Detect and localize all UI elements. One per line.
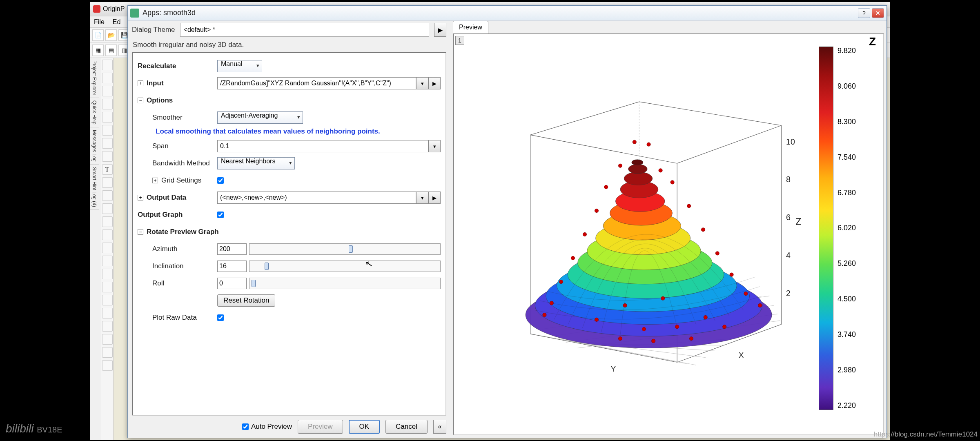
curve-tool-icon[interactable] xyxy=(102,203,113,214)
dialog-title: Apps: smooth3d xyxy=(143,9,856,17)
roll-slider[interactable] xyxy=(249,278,441,289)
recalculate-value: Manual xyxy=(221,60,242,67)
rotate-expander[interactable]: − xyxy=(138,229,143,235)
tab-smart-hint[interactable]: Smart Hint Log (4) xyxy=(90,165,99,210)
svg-point-50 xyxy=(618,337,622,341)
tab-quick-help[interactable]: Quick Help xyxy=(90,98,99,127)
span-input[interactable] xyxy=(217,140,428,152)
inclination-input[interactable] xyxy=(217,261,247,272)
rect-tool-icon[interactable] xyxy=(102,216,113,227)
draw-tool-icon[interactable] xyxy=(102,151,113,162)
more4-tool-icon[interactable] xyxy=(102,321,113,332)
input-field[interactable] xyxy=(217,77,416,89)
preview-canvas[interactable]: 1 Z 9.820 9.060 8.300 7.540 6.780 6.020 … xyxy=(453,33,884,435)
pan-tool-icon[interactable] xyxy=(102,86,113,96)
input-label: Input xyxy=(147,79,217,87)
tool-grid-icon[interactable]: ▤ xyxy=(105,45,117,56)
collapse-preview-button[interactable]: « xyxy=(433,420,446,434)
output-flyout-button[interactable]: ▶ xyxy=(428,192,441,204)
dialog-titlebar[interactable]: Apps: smooth3d ? ✕ xyxy=(128,6,886,20)
circle-tool-icon[interactable] xyxy=(102,243,113,253)
bandwidth-label: Bandwidth Method xyxy=(152,159,217,167)
input-picker-button[interactable]: ▾ xyxy=(416,77,428,89)
plot-raw-checkbox[interactable] xyxy=(217,314,224,321)
preview-button[interactable]: Preview xyxy=(298,420,343,434)
tab-messages-log[interactable]: Messages Log xyxy=(90,127,99,165)
close-button[interactable]: ✕ xyxy=(872,8,884,18)
input-flyout-button[interactable]: ▶ xyxy=(428,77,441,89)
more3-tool-icon[interactable] xyxy=(102,308,113,318)
text-tool-icon[interactable]: T xyxy=(102,164,113,175)
cb-tick: 4.500 xyxy=(837,295,876,303)
cancel-button[interactable]: Cancel xyxy=(385,420,428,434)
origin-sidebar-tabs[interactable]: Project Explorer Quick Help Messages Log… xyxy=(90,58,101,440)
ok-button[interactable]: OK xyxy=(349,420,380,434)
smoother-combo[interactable]: Adjacent-Averaging xyxy=(217,111,303,124)
cb-tick: 8.300 xyxy=(837,118,876,126)
zoom-tool-icon[interactable] xyxy=(102,73,113,83)
origin-tools-palette: T xyxy=(101,58,114,440)
tool-open-icon[interactable]: 📂 xyxy=(105,29,117,41)
reset-rotation-button[interactable]: Reset Rotation xyxy=(217,294,275,307)
auto-preview-checkbox[interactable] xyxy=(242,423,249,430)
tool-sheet-icon[interactable]: ▦ xyxy=(92,45,104,56)
azimuth-slider-handle[interactable] xyxy=(349,245,353,253)
mask-tool-icon[interactable] xyxy=(102,138,113,149)
watermark-logo: bilibili xyxy=(6,422,33,435)
dialog-right-panel: Preview 1 Z 9.820 9.060 8.300 7.540 6.78… xyxy=(450,20,886,438)
polygon-tool-icon[interactable] xyxy=(102,256,113,266)
grid-expander[interactable]: + xyxy=(152,178,158,183)
watermark-bv: BV18E xyxy=(37,425,62,434)
arrow-tool-icon[interactable] xyxy=(102,177,113,188)
more1-tool-icon[interactable] xyxy=(102,282,113,292)
hand-tool-icon[interactable] xyxy=(102,229,113,240)
menu-file[interactable]: File xyxy=(94,18,105,26)
select-tool-icon[interactable] xyxy=(102,112,113,122)
tool-new-icon[interactable]: 📄 xyxy=(92,29,104,41)
region2-tool-icon[interactable] xyxy=(102,269,113,279)
output-graph-checkbox[interactable] xyxy=(217,212,224,218)
inclination-slider[interactable] xyxy=(249,261,441,272)
scale-tool-icon[interactable] xyxy=(102,99,113,109)
more7-tool-icon[interactable] xyxy=(102,360,113,371)
preview-tab[interactable]: Preview xyxy=(453,21,488,33)
auto-preview-wrap[interactable]: Auto Preview xyxy=(242,423,292,431)
layer-tab-1[interactable]: 1 xyxy=(455,36,464,45)
output-data-field[interactable] xyxy=(217,192,416,204)
azimuth-input[interactable] xyxy=(217,243,247,255)
input-expander[interactable]: + xyxy=(138,80,143,86)
more2-tool-icon[interactable] xyxy=(102,295,113,305)
roll-input[interactable] xyxy=(217,278,247,289)
options-expander[interactable]: − xyxy=(138,98,143,103)
svg-point-37 xyxy=(559,280,563,283)
z-tick: 10 xyxy=(786,137,795,146)
more5-tool-icon[interactable] xyxy=(102,334,113,345)
output-data-expander[interactable]: + xyxy=(138,195,143,200)
theme-input[interactable] xyxy=(180,23,429,37)
grid-settings-checkbox[interactable] xyxy=(217,177,224,184)
more6-tool-icon[interactable] xyxy=(102,347,113,358)
cb-tick: 9.060 xyxy=(837,82,876,91)
svg-point-38 xyxy=(730,273,733,276)
azimuth-slider[interactable] xyxy=(249,243,441,255)
preview-tabbar: Preview xyxy=(453,20,884,33)
svg-text:Y: Y xyxy=(611,365,616,373)
region-tool-icon[interactable] xyxy=(102,125,113,136)
span-label: Span xyxy=(152,142,217,150)
recalculate-combo[interactable]: Manual xyxy=(217,60,262,72)
menu-edit[interactable]: Ed xyxy=(113,18,121,26)
svg-point-49 xyxy=(652,339,655,343)
cb-tick: 6.780 xyxy=(837,189,876,197)
roll-slider-handle[interactable] xyxy=(252,280,256,287)
line-tool-icon[interactable] xyxy=(102,190,113,201)
rotate-label: Rotate Preview Graph xyxy=(147,228,219,236)
tab-project-explorer[interactable]: Project Explorer xyxy=(90,58,99,98)
output-picker-button[interactable]: ▾ xyxy=(416,192,428,204)
theme-menu-button[interactable]: ▶ xyxy=(434,23,446,37)
help-button[interactable]: ? xyxy=(858,8,870,18)
span-dropdown-button[interactable]: ▾ xyxy=(428,140,441,152)
pointer-tool-icon[interactable] xyxy=(102,60,113,70)
bandwidth-combo[interactable]: Nearest Neighbors xyxy=(217,157,295,169)
inclination-slider-handle[interactable] xyxy=(265,263,269,270)
z-tick: 2 xyxy=(786,289,791,298)
